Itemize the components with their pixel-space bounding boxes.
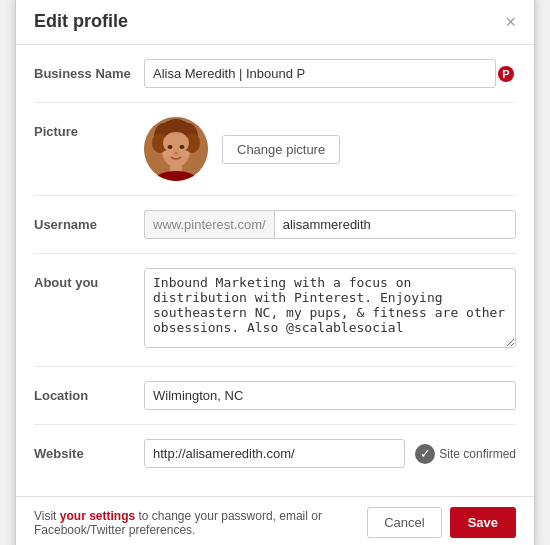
business-name-row: Business Name P bbox=[34, 59, 516, 88]
change-picture-button[interactable]: Change picture bbox=[222, 135, 340, 164]
svg-point-10 bbox=[180, 145, 185, 149]
svg-point-9 bbox=[168, 145, 173, 149]
divider-1 bbox=[34, 102, 516, 103]
about-label: About you bbox=[34, 268, 144, 290]
dialog-header: Edit profile × bbox=[16, 0, 534, 45]
svg-point-14 bbox=[163, 150, 171, 156]
website-input-wrap bbox=[144, 439, 405, 468]
username-label: Username bbox=[34, 210, 144, 232]
business-name-input[interactable] bbox=[144, 59, 496, 88]
location-label: Location bbox=[34, 381, 144, 403]
footer-settings-link[interactable]: your settings bbox=[60, 509, 135, 523]
business-name-label: Business Name bbox=[34, 59, 144, 81]
business-name-control: P bbox=[144, 59, 516, 88]
site-confirmed: ✓ Site confirmed bbox=[415, 444, 516, 464]
about-row: About you bbox=[34, 268, 516, 352]
dialog-footer: Visit your settings to change your passw… bbox=[16, 496, 534, 545]
svg-point-15 bbox=[181, 150, 189, 156]
confirmed-checkmark-icon: ✓ bbox=[415, 444, 435, 464]
url-prefix: www.pinterest.com/ bbox=[144, 210, 274, 239]
dialog-title: Edit profile bbox=[34, 11, 128, 32]
avatar bbox=[144, 117, 208, 181]
picture-label: Picture bbox=[34, 117, 144, 139]
username-input[interactable] bbox=[274, 210, 516, 239]
website-row: Website ✓ Site confirmed bbox=[34, 439, 516, 468]
website-control: ✓ Site confirmed bbox=[144, 439, 516, 468]
cancel-button[interactable]: Cancel bbox=[367, 507, 441, 538]
divider-4 bbox=[34, 366, 516, 367]
footer-buttons: Cancel Save bbox=[367, 507, 516, 538]
footer-text: Visit your settings to change your passw… bbox=[34, 509, 334, 537]
website-input[interactable] bbox=[144, 439, 405, 468]
divider-5 bbox=[34, 424, 516, 425]
username-row: Username www.pinterest.com/ bbox=[34, 210, 516, 239]
website-label: Website bbox=[34, 439, 144, 461]
site-confirmed-label: Site confirmed bbox=[439, 447, 516, 461]
username-inner-row: www.pinterest.com/ bbox=[144, 210, 516, 239]
divider-2 bbox=[34, 195, 516, 196]
pinterest-icon: P bbox=[498, 66, 514, 82]
picture-row: Picture bbox=[34, 117, 516, 181]
picture-control: Change picture bbox=[144, 117, 516, 181]
close-button[interactable]: × bbox=[505, 13, 516, 31]
username-control: www.pinterest.com/ bbox=[144, 210, 516, 239]
svg-point-11 bbox=[174, 152, 178, 155]
about-textarea[interactable] bbox=[144, 268, 516, 348]
dialog-body: Business Name P Picture bbox=[16, 45, 534, 496]
location-control bbox=[144, 381, 516, 410]
about-control bbox=[144, 268, 516, 352]
picture-inner-row: Change picture bbox=[144, 117, 516, 181]
divider-3 bbox=[34, 253, 516, 254]
edit-profile-dialog: Edit profile × Business Name P Picture bbox=[15, 0, 535, 545]
footer-visit-text: Visit bbox=[34, 509, 60, 523]
location-row: Location bbox=[34, 381, 516, 410]
website-inner-row: ✓ Site confirmed bbox=[144, 439, 516, 468]
save-button[interactable]: Save bbox=[450, 507, 516, 538]
location-input[interactable] bbox=[144, 381, 516, 410]
